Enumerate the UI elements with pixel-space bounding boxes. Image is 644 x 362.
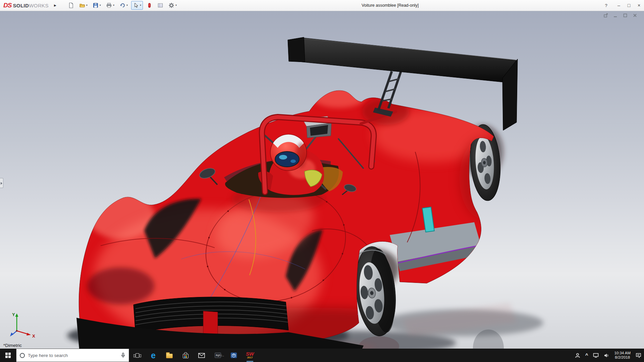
document-title: Voiture assomblee [Read-only] — [362, 0, 419, 11]
save-dropdown-caret[interactable]: ▾ — [100, 4, 101, 7]
window-controls: ? – □ × — [600, 0, 644, 11]
save-button[interactable]: ▾ — [91, 1, 103, 10]
undo-dropdown-caret[interactable]: ▾ — [126, 4, 128, 7]
graphics-viewport[interactable]: Y X *Dimetric — [0, 11, 644, 349]
new-document-icon — [68, 2, 74, 8]
mail-icon — [198, 353, 205, 358]
clock-date: 8/2/2018 — [614, 355, 631, 360]
view-orientation-label: *Dimetric — [3, 343, 22, 348]
select-arrow-icon — [133, 2, 139, 8]
microphone-icon[interactable] — [121, 353, 125, 358]
taskbar-search[interactable] — [16, 349, 129, 362]
select-dropdown-caret[interactable]: ▾ — [140, 4, 141, 7]
network-icon[interactable] — [593, 353, 599, 358]
display-pane-icon — [157, 2, 163, 8]
help-button[interactable]: ? — [600, 0, 612, 11]
front-right-wheel — [352, 245, 399, 338]
appearance-icon — [146, 2, 152, 8]
volume-icon[interactable] — [604, 353, 609, 358]
orientation-triad: Y X — [7, 309, 38, 340]
doc-minimize-icon[interactable] — [613, 13, 618, 18]
gear-icon — [168, 2, 174, 8]
select-tool-button[interactable]: ▾ — [131, 1, 143, 10]
store-icon — [183, 354, 189, 358]
cortana-icon — [20, 353, 25, 358]
featuremanager-flyout-handle[interactable] — [0, 178, 3, 188]
edrawings-icon — [230, 352, 237, 358]
options-dropdown-caret[interactable]: ▾ — [175, 4, 177, 7]
system-tray: ^ 10:34 AM 8/2/2018 — [575, 349, 644, 362]
search-input[interactable] — [28, 353, 118, 358]
main-toolbar: ▾ ▾ ▾ — [66, 1, 178, 10]
race-car-model[interactable] — [0, 11, 644, 349]
wing-main-plane — [289, 38, 516, 82]
taskbar: e &gt;_ SW 2017 — [0, 349, 644, 362]
solidworks-taskbar-icon: SW 2017 — [244, 350, 256, 360]
file-explorer-icon — [166, 354, 173, 358]
open-folder-icon — [79, 2, 85, 8]
brand-solid: SOLID — [13, 3, 29, 8]
file-explorer-button[interactable] — [161, 349, 177, 362]
triad-x-label: X — [32, 334, 35, 339]
clock-time: 10:34 AM — [614, 351, 631, 356]
save-icon — [93, 2, 99, 8]
edge-icon: e — [151, 351, 156, 360]
taskbar-clock[interactable]: 10:34 AM 8/2/2018 — [614, 351, 631, 360]
menu-expand-icon[interactable]: ▶ — [54, 4, 56, 7]
undo-icon — [119, 2, 125, 8]
maximize-button[interactable]: □ — [624, 0, 634, 11]
triad-y-label: Y — [12, 312, 15, 317]
print-dropdown-caret[interactable]: ▾ — [113, 4, 114, 7]
command-prompt-icon: &gt;_ — [215, 353, 221, 358]
doc-restore-icon[interactable] — [603, 13, 608, 18]
windows-logo-icon — [5, 353, 11, 358]
print-button[interactable]: ▾ — [104, 1, 116, 10]
running-app-indicator — [247, 361, 253, 362]
start-button[interactable] — [0, 349, 16, 362]
titlebar: DS SOLID WORKS ▶ ▾ — [0, 0, 644, 11]
solidworks-taskbar-button[interactable]: SW 2017 — [242, 349, 258, 362]
new-document-button[interactable] — [66, 1, 76, 10]
people-icon[interactable] — [575, 353, 580, 358]
doc-maximize-icon[interactable] — [623, 13, 628, 18]
flyout-arrow-icon — [1, 182, 2, 185]
undo-button[interactable]: ▾ — [118, 1, 129, 10]
brand-works: WORKS — [29, 3, 49, 8]
edge-button[interactable]: e — [145, 349, 161, 362]
display-pane-button[interactable] — [156, 1, 165, 10]
options-button[interactable]: ▾ — [167, 1, 178, 10]
appearance-button[interactable] — [145, 1, 154, 10]
driver-helmet — [270, 134, 307, 171]
open-dropdown-caret[interactable]: ▾ — [86, 4, 88, 7]
open-button[interactable]: ▾ — [77, 1, 89, 10]
document-window-controls — [603, 13, 637, 18]
print-icon — [106, 2, 112, 8]
doc-close-icon[interactable] — [633, 13, 637, 18]
mail-button[interactable] — [194, 349, 210, 362]
ds-logo-icon: DS — [3, 2, 11, 9]
tray-overflow-chevron-icon[interactable]: ^ — [585, 354, 588, 357]
screen: DS SOLID WORKS ▶ ▾ — [0, 0, 644, 362]
close-button[interactable]: × — [634, 0, 644, 11]
edrawings-button[interactable] — [226, 349, 242, 362]
action-center-icon[interactable] — [636, 353, 641, 358]
store-button[interactable] — [177, 349, 194, 362]
command-prompt-button[interactable]: &gt;_ — [210, 349, 226, 362]
task-view-icon — [136, 353, 139, 358]
solidworks-logo: DS SOLID WORKS — [0, 2, 49, 9]
wing-left-endplate — [288, 37, 305, 62]
task-view-button[interactable] — [129, 349, 145, 362]
minimize-button[interactable]: – — [614, 0, 624, 11]
car-body — [76, 85, 506, 349]
